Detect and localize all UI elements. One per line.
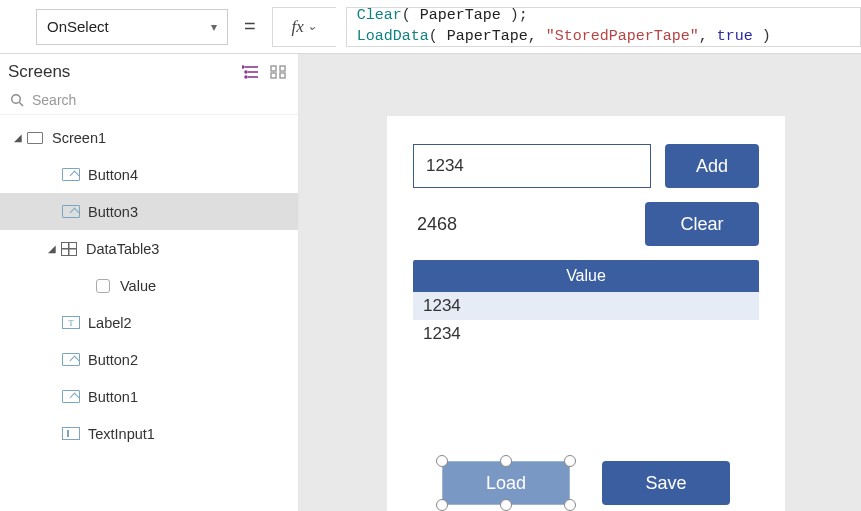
svg-line-11 bbox=[20, 103, 24, 107]
property-selector-label: OnSelect bbox=[47, 18, 109, 35]
expander-icon[interactable]: ◢ bbox=[44, 243, 60, 254]
tree-item-value[interactable]: Value bbox=[0, 267, 298, 304]
column-icon bbox=[94, 277, 112, 295]
button-icon bbox=[62, 388, 80, 406]
textinput-icon bbox=[62, 425, 80, 443]
app-preview: Add 2468 Clear Value 1234 1234 Load bbox=[387, 116, 785, 511]
data-table[interactable]: Value 1234 1234 bbox=[413, 260, 759, 348]
clear-button[interactable]: Clear bbox=[645, 202, 759, 246]
svg-rect-8 bbox=[271, 73, 276, 78]
tree-item-button4[interactable]: Button4 bbox=[0, 156, 298, 193]
panel-title: Screens bbox=[8, 62, 70, 82]
resize-handle-icon[interactable] bbox=[564, 499, 576, 511]
tree-item-screen1[interactable]: ◢ Screen1 bbox=[0, 119, 298, 156]
equals-sign: = bbox=[238, 15, 262, 38]
tree-item-label: Button2 bbox=[88, 352, 138, 368]
button-icon bbox=[62, 351, 80, 369]
tree-item-label: Button1 bbox=[88, 389, 138, 405]
sum-label: 2468 bbox=[413, 214, 631, 235]
tree-item-datatable3[interactable]: ◢ DataTable3 bbox=[0, 230, 298, 267]
chevron-down-icon: ▾ bbox=[211, 20, 217, 34]
svg-point-5 bbox=[245, 76, 247, 78]
resize-handle-icon[interactable] bbox=[500, 499, 512, 511]
table-header: Value bbox=[413, 260, 759, 292]
svg-rect-6 bbox=[271, 66, 276, 71]
button-icon bbox=[62, 166, 80, 184]
tree-item-label: TextInput1 bbox=[88, 426, 155, 442]
tree-item-label: Value bbox=[120, 278, 156, 294]
tree-item-button2[interactable]: Button2 bbox=[0, 341, 298, 378]
svg-rect-9 bbox=[280, 73, 285, 78]
fx-icon[interactable]: fx ⌄ bbox=[272, 7, 336, 47]
table-row[interactable]: 1234 bbox=[413, 320, 759, 348]
button-icon bbox=[62, 203, 80, 221]
tree-item-label: Button3 bbox=[88, 204, 138, 220]
tree-item-label: Label2 bbox=[88, 315, 132, 331]
search-row bbox=[0, 88, 298, 115]
tree-item-label: Screen1 bbox=[52, 130, 106, 146]
tree-item-label: DataTable3 bbox=[86, 241, 159, 257]
tree-item-button3[interactable]: Button3 bbox=[0, 193, 298, 230]
tree: ◢ Screen1 Button4 Button3 ◢ DataTable3 bbox=[0, 115, 298, 511]
datatable-icon bbox=[60, 240, 78, 258]
search-icon bbox=[10, 93, 24, 107]
resize-handle-icon[interactable] bbox=[436, 499, 448, 511]
resize-handle-icon[interactable] bbox=[564, 455, 576, 467]
canvas[interactable]: Add 2468 Clear Value 1234 1234 Load bbox=[299, 54, 861, 511]
resize-handle-icon[interactable] bbox=[436, 455, 448, 467]
property-selector[interactable]: OnSelect ▾ bbox=[36, 9, 228, 45]
tree-item-button1[interactable]: Button1 bbox=[0, 378, 298, 415]
panel-header: Screens bbox=[0, 54, 298, 88]
svg-point-4 bbox=[245, 71, 247, 73]
tree-item-textinput1[interactable]: TextInput1 bbox=[0, 415, 298, 452]
table-row[interactable]: 1234 bbox=[413, 292, 759, 320]
tree-item-label: Button4 bbox=[88, 167, 138, 183]
svg-point-10 bbox=[12, 95, 21, 104]
resize-handle-icon[interactable] bbox=[500, 455, 512, 467]
tree-item-label2[interactable]: T Label2 bbox=[0, 304, 298, 341]
formula-bar: OnSelect ▾ = fx ⌄ Clear( PaperTape ); Lo… bbox=[0, 0, 861, 54]
formula-input[interactable]: Clear( PaperTape ); LoadData( PaperTape,… bbox=[346, 7, 861, 47]
chevron-down-icon: ⌄ bbox=[307, 19, 317, 34]
tree-view-icon[interactable] bbox=[242, 65, 260, 79]
screen-icon bbox=[26, 129, 44, 147]
selected-control[interactable]: Load bbox=[442, 461, 570, 505]
svg-rect-7 bbox=[280, 66, 285, 71]
svg-point-3 bbox=[242, 66, 244, 68]
add-button[interactable]: Add bbox=[665, 144, 759, 188]
expander-icon[interactable]: ◢ bbox=[10, 132, 26, 143]
tree-view-panel: Screens ◢ Screen1 bbox=[0, 54, 299, 511]
number-input[interactable] bbox=[413, 144, 651, 188]
save-button[interactable]: Save bbox=[602, 461, 730, 505]
search-input[interactable] bbox=[32, 92, 288, 108]
thumbnail-view-icon[interactable] bbox=[270, 65, 286, 79]
label-icon: T bbox=[62, 314, 80, 332]
